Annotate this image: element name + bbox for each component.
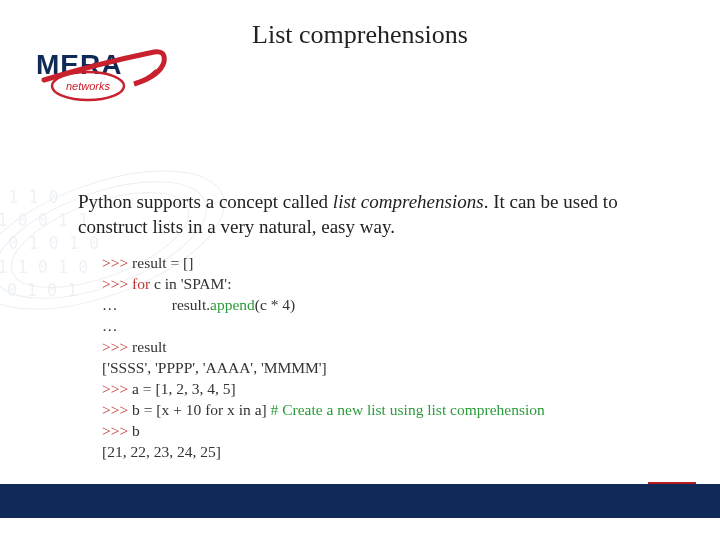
code-line: [21, 22, 23, 24, 25] (102, 442, 660, 463)
code-text: result = [] (132, 254, 193, 271)
code-text: b (132, 422, 140, 439)
function: append (210, 296, 255, 313)
output: [21, 22, 23, 24, 25] (102, 443, 221, 460)
prompt: >>> (102, 338, 132, 355)
logo-text-sub: networks (66, 80, 111, 92)
continuation: … (102, 317, 118, 334)
code-text: result. (118, 296, 211, 313)
code-line: >>> result = [] (102, 253, 660, 274)
output: ['SSSS', 'PPPP', 'AAAA', 'MMMM'] (102, 359, 327, 376)
code-text: c in 'SPAM': (150, 275, 231, 292)
intro-italic: list comprehensions (333, 191, 484, 212)
footer-band (0, 484, 720, 518)
intro-pre: Python supports a concept called (78, 191, 333, 212)
prompt: >>> (102, 401, 132, 418)
code-line: >>> result (102, 337, 660, 358)
code-block: >>> result = [] >>> for c in 'SPAM': … r… (78, 253, 660, 462)
comment: # Create a new list using list comprehen… (271, 401, 545, 418)
code-line: >>> a = [1, 2, 3, 4, 5] (102, 379, 660, 400)
code-line: >>> b (102, 421, 660, 442)
prompt: >>> (102, 422, 132, 439)
code-line: ['SSSS', 'PPPP', 'AAAA', 'MMMM'] (102, 358, 660, 379)
code-line: >>> b = [x + 10 for x in a] # Create a n… (102, 400, 660, 421)
code-line: … (102, 316, 660, 337)
intro-text: Python supports a concept called list co… (78, 190, 660, 239)
continuation: … (102, 296, 118, 313)
prompt: >>> (102, 254, 132, 271)
mera-logo: MERA networks (36, 44, 196, 112)
code-line: >>> for c in 'SPAM': (102, 274, 660, 295)
keyword: for (132, 275, 150, 292)
code-line: … result.append(c * 4) (102, 295, 660, 316)
code-text: b = [x + 10 for x in a] (132, 401, 270, 418)
prompt: >>> (102, 275, 132, 292)
prompt: >>> (102, 380, 132, 397)
code-text: result (132, 338, 166, 355)
code-text: (c * 4) (255, 296, 295, 313)
code-text: a = [1, 2, 3, 4, 5] (132, 380, 235, 397)
